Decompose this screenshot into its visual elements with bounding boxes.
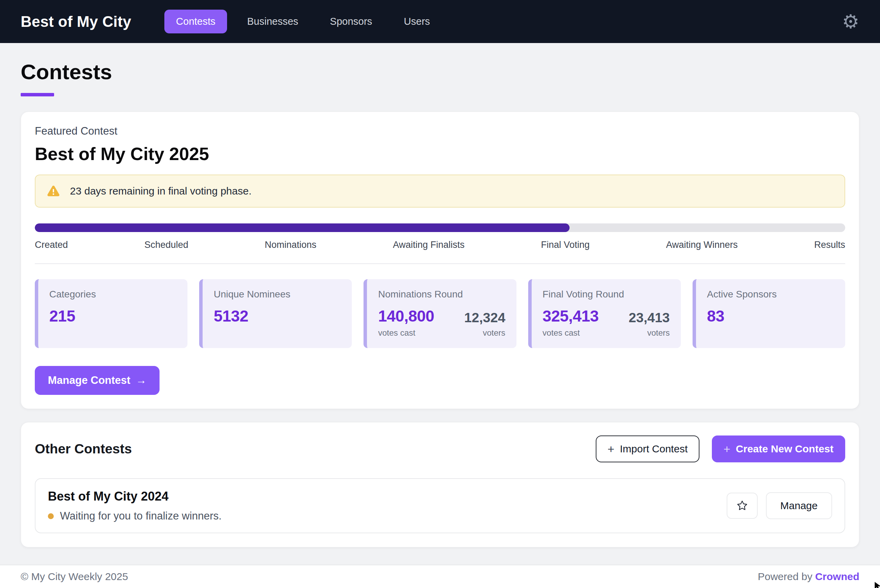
contest-row: Best of My City 2024 Waiting for you to … [35, 478, 845, 533]
contest-row-status: Waiting for you to finalize winners. [48, 510, 221, 522]
mouse-cursor [873, 581, 880, 588]
stat-card-unique-nominees: Unique Nominees 5132 [199, 279, 352, 348]
favorite-star-button[interactable] [727, 493, 758, 519]
status-dot [48, 513, 54, 519]
plus-icon: + [608, 443, 614, 455]
stat-label: Final Voting Round [543, 289, 670, 300]
contest-row-name: Best of My City 2024 [48, 489, 221, 504]
manage-contest-label: Manage Contest [48, 374, 130, 387]
create-new-contest-button[interactable]: + Create New Contest [712, 435, 845, 462]
app-header: Best of My City Contests Businesses Spon… [0, 0, 880, 43]
stat-label: Active Sponsors [707, 289, 834, 300]
contest-row-actions: Manage [727, 492, 832, 519]
stat-value-voters: 12,324 [464, 310, 505, 326]
manage-contest-button[interactable]: Manage Contest → [35, 366, 159, 395]
row-manage-button[interactable]: Manage [766, 492, 832, 519]
gear-icon[interactable]: ⚙ [842, 12, 859, 32]
progress-fill [35, 224, 570, 232]
stat-sub-votes-cast: votes cast [543, 328, 580, 338]
stats-row: Categories 215 Unique Nominees 5132 Nomi… [35, 279, 845, 348]
nav-item-contests[interactable]: Contests [164, 10, 227, 33]
main-nav: Contests Businesses Sponsors Users [164, 10, 442, 33]
import-contest-label: Import Contest [620, 443, 688, 455]
phase-warning-text: 23 days remaining in final voting phase. [70, 185, 251, 197]
stage-created: Created [35, 240, 68, 250]
other-contests-actions: + Import Contest + Create New Contest [596, 435, 845, 462]
stat-sub-voters: voters [647, 328, 669, 338]
section-divider [35, 263, 845, 264]
stage-awaiting-winners: Awaiting Winners [666, 240, 738, 250]
stat-sub-voters: voters [483, 328, 505, 338]
contest-progress-bar [35, 224, 845, 232]
stage-labels: Created Scheduled Nominations Awaiting F… [35, 240, 845, 250]
stage-nominations: Nominations [265, 240, 316, 250]
other-contests-header: Other Contests + Import Contest + Create… [35, 435, 845, 462]
featured-contest-title: Best of My City 2025 [35, 144, 845, 164]
stage-final-voting: Final Voting [541, 240, 590, 250]
page-footer: © My City Weekly 2025 Powered byCrowned [0, 565, 880, 588]
stat-value: 5132 [214, 307, 248, 326]
status-text: Waiting for you to finalize winners. [60, 510, 221, 522]
stage-scheduled: Scheduled [144, 240, 188, 250]
stage-results: Results [814, 240, 845, 250]
page-title: Contests [21, 60, 859, 84]
stage-awaiting-finalists: Awaiting Finalists [393, 240, 465, 250]
stat-sub-votes-cast: votes cast [378, 328, 415, 338]
stat-value: 215 [49, 307, 75, 326]
stat-card-categories: Categories 215 [35, 279, 187, 348]
other-contests-card: Other Contests + Import Contest + Create… [21, 422, 859, 548]
app-brand: Best of My City [21, 13, 131, 30]
stat-card-nominations-round: Nominations Round 140,800 12,324 votes c… [364, 279, 516, 348]
contest-row-info: Best of My City 2024 Waiting for you to … [48, 489, 221, 522]
stat-value-voters: 23,413 [629, 310, 670, 326]
create-new-contest-label: Create New Contest [736, 443, 833, 455]
title-underline [21, 93, 54, 96]
import-contest-button[interactable]: + Import Contest [596, 435, 699, 462]
main-content: Contests Featured Contest Best of My Cit… [0, 43, 880, 565]
stat-value-votes: 325,413 [543, 307, 599, 326]
stat-value-votes: 140,800 [378, 307, 434, 326]
nav-item-sponsors[interactable]: Sponsors [318, 10, 384, 33]
other-contests-title: Other Contests [35, 441, 132, 456]
plus-icon: + [724, 443, 731, 455]
stat-label: Nominations Round [378, 289, 505, 300]
crowned-link[interactable]: Crowned [815, 571, 859, 582]
nav-item-businesses[interactable]: Businesses [235, 10, 310, 33]
star-icon [736, 499, 749, 512]
stat-label: Unique Nominees [214, 289, 341, 300]
warning-icon [46, 184, 61, 198]
stat-card-final-voting-round: Final Voting Round 325,413 23,413 votes … [528, 279, 681, 348]
powered-by-text: Powered byCrowned [758, 571, 859, 582]
arrow-right-icon: → [136, 374, 146, 387]
stat-card-active-sponsors: Active Sponsors 83 [693, 279, 845, 348]
featured-contest-card: Featured Contest Best of My City 2025 23… [21, 111, 859, 409]
nav-item-users[interactable]: Users [392, 10, 442, 33]
powered-by-label: Powered by [758, 571, 812, 582]
stat-label: Categories [49, 289, 176, 300]
copyright-text: © My City Weekly 2025 [21, 571, 128, 582]
featured-contest-label: Featured Contest [35, 125, 845, 137]
phase-warning-banner: 23 days remaining in final voting phase. [35, 174, 845, 208]
stat-value: 83 [707, 307, 724, 326]
